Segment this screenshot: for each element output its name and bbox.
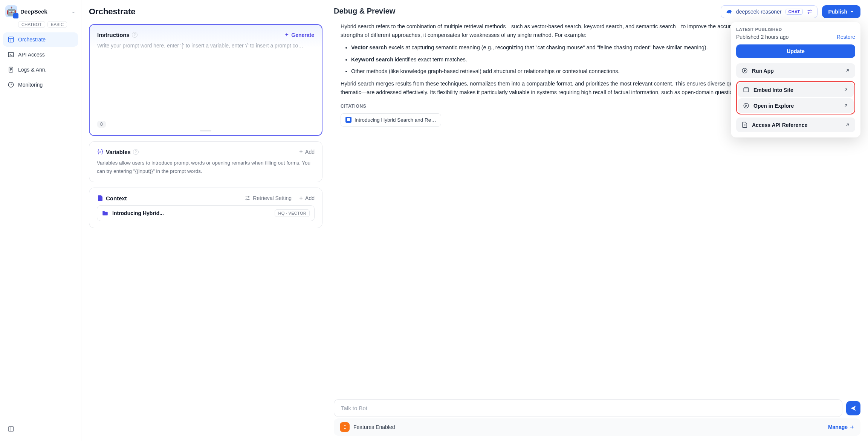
file-icon [741, 122, 748, 128]
add-variable-button[interactable]: Add [298, 149, 315, 155]
nav-orchestrate-label: Orchestrate [18, 37, 46, 43]
api-reference-action[interactable]: Access API Reference [736, 117, 855, 132]
run-app-action[interactable]: Run App [736, 63, 855, 78]
layout-icon [8, 36, 14, 43]
restore-button[interactable]: Restore [837, 34, 855, 40]
arrow-up-right-icon [844, 87, 848, 92]
svg-point-8 [808, 12, 809, 14]
app-name: DeepSeek [20, 8, 68, 15]
citation-name: Introducing Hybrid Search and Re… [355, 116, 436, 124]
retrieval-setting-button[interactable]: Retrieval Setting [245, 195, 292, 201]
arrow-right-icon [849, 424, 854, 430]
context-item[interactable]: Introducing Hybrid... HQ · VECTOR [97, 205, 315, 221]
add-variable-label: Add [305, 149, 315, 155]
whale-icon [726, 8, 732, 15]
resize-handle[interactable] [200, 130, 211, 131]
instructions-title: Instructions [97, 32, 130, 38]
latest-published-label: LATEST PUBLISHED [736, 27, 855, 32]
open-explore-action[interactable]: Open in Explore [738, 98, 854, 113]
plus-icon [298, 149, 304, 154]
api-reference-label: Access API Reference [752, 122, 807, 128]
page-title: Orchestrate [89, 7, 322, 17]
nav-logs[interactable]: Logs & Ann. [3, 63, 78, 77]
sparkle-icon [284, 32, 289, 38]
context-card: Context Retrieval Setting Add [89, 188, 322, 228]
sidebar: 🤖 DeepSeek ⌄ CHATBOT BASIC Orchestrate A… [0, 0, 81, 441]
folder-icon [102, 210, 108, 217]
embed-site-action[interactable]: Embed Into Site [738, 82, 854, 97]
doc-icon [345, 117, 351, 123]
nav-api-label: API Access [18, 52, 45, 58]
svg-point-6 [246, 199, 247, 200]
variables-card: Variables ? Add Variables allow users to… [89, 141, 322, 182]
panel-left-icon [8, 426, 14, 432]
nav-api-access[interactable]: API Access [3, 47, 78, 62]
retrieval-setting-label: Retrieval Setting [253, 195, 292, 201]
help-icon[interactable]: ? [133, 149, 139, 155]
features-bar: Features Enabled Manage [334, 418, 860, 436]
clipboard-icon [8, 66, 14, 73]
send-icon [850, 405, 857, 412]
features-icon [340, 422, 350, 432]
nav-monitoring[interactable]: Monitoring [3, 78, 78, 92]
arrow-up-right-icon [845, 122, 850, 127]
arrow-up-right-icon [845, 68, 850, 73]
gauge-icon [8, 81, 14, 88]
braces-icon [97, 148, 104, 155]
variables-title: Variables [106, 149, 131, 155]
publish-button[interactable]: Publish [822, 5, 860, 18]
model-badge: CHAT [785, 9, 803, 15]
run-app-label: Run App [752, 68, 774, 74]
svg-rect-1 [8, 52, 14, 57]
svg-point-7 [810, 10, 811, 11]
add-context-button[interactable]: Add [298, 195, 315, 201]
variables-description: Variables allow users to introduce promp… [97, 159, 315, 175]
model-selector[interactable]: deepseek-reasoner CHAT [721, 5, 818, 18]
prompt-textarea[interactable]: Write your prompt word here, enter '{' t… [97, 42, 314, 117]
manage-label: Manage [828, 424, 848, 430]
context-item-badge: HQ · VECTOR [275, 209, 310, 217]
context-title: Context [106, 195, 127, 201]
app-tag-chatbot: CHATBOT [18, 21, 45, 28]
svg-rect-4 [8, 427, 14, 431]
update-button[interactable]: Update [736, 44, 855, 58]
context-item-name: Introducing Hybrid... [112, 210, 164, 216]
chevron-down-icon [850, 9, 854, 14]
sidebar-collapse[interactable] [3, 421, 78, 438]
app-tag-basic: BASIC [47, 21, 67, 28]
chevron-down-icon: ⌄ [71, 8, 76, 14]
open-explore-label: Open in Explore [753, 103, 794, 109]
nav-orchestrate[interactable]: Orchestrate [3, 32, 78, 47]
generate-button[interactable]: Generate [284, 32, 314, 38]
char-count: 0 [97, 121, 106, 128]
svg-point-5 [248, 197, 249, 198]
app-switcher[interactable]: 🤖 DeepSeek ⌄ [3, 3, 78, 20]
features-label: Features Enabled [353, 424, 395, 430]
sliders-icon [245, 195, 251, 201]
citation-chip[interactable]: Introducing Hybrid Search and Re… [341, 113, 441, 127]
svg-rect-0 [8, 37, 14, 42]
published-time: Published 2 hours ago [736, 34, 789, 40]
highlighted-actions: Embed Into Site Open in Explore [736, 81, 855, 114]
settings-icon [807, 9, 813, 15]
nav-logs-label: Logs & Ann. [18, 67, 47, 73]
plus-icon [298, 195, 304, 201]
arrow-up-right-icon [844, 103, 848, 108]
window-icon [743, 87, 749, 93]
compass-icon [743, 102, 749, 109]
add-context-label: Add [305, 195, 315, 201]
send-button[interactable] [846, 401, 860, 415]
model-name: deepseek-reasoner [736, 9, 782, 15]
instructions-card: Instructions ? Generate Write your promp… [89, 24, 322, 136]
help-icon[interactable]: ? [132, 32, 138, 38]
terminal-icon [8, 51, 14, 58]
generate-label: Generate [291, 32, 314, 38]
manage-features-button[interactable]: Manage [828, 424, 854, 430]
svg-point-11 [744, 103, 749, 108]
play-icon [741, 67, 748, 74]
embed-site-label: Embed Into Site [753, 87, 793, 93]
chat-input[interactable]: Talk to Bot [334, 399, 842, 417]
publish-label: Publish [828, 9, 847, 15]
app-avatar: 🤖 [5, 5, 17, 17]
app-type-badge-icon [13, 13, 18, 18]
